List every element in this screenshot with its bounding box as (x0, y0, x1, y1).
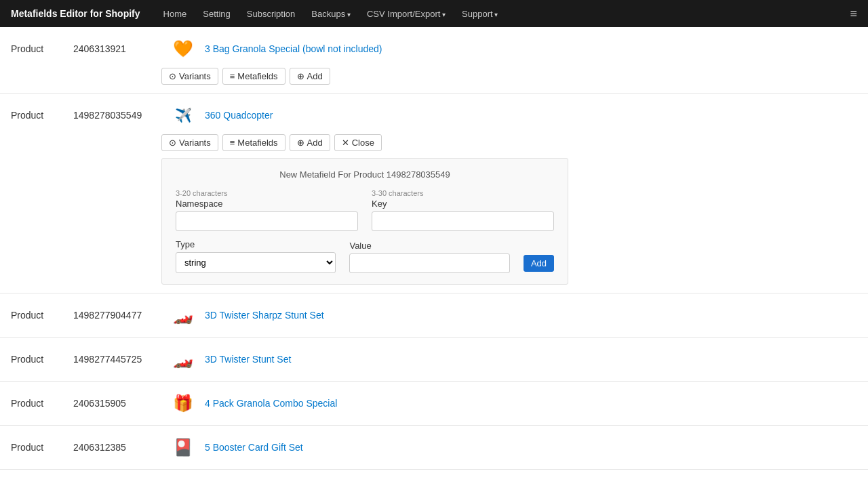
product-name-link[interactable]: 4 Pack Granola Combo Special (205, 398, 337, 409)
product-name-link[interactable]: 3 Bag Granola Special (bowl not included… (205, 43, 382, 54)
metafields-button[interactable]: ≡ Metafields (222, 134, 285, 151)
product-id: 1498277445725 (73, 354, 161, 365)
product-thumbnail (170, 35, 197, 62)
product-row: Product 1498278035549 360 Quadcopter ⊙ V… (0, 94, 868, 293)
product-id: 2406315905 (73, 398, 161, 409)
product-type-label: Product (11, 43, 65, 54)
product-row-main: Product 1498277445725 3D Twister Stunt S… (11, 346, 857, 373)
table-icon: ≡ (230, 71, 235, 81)
metafield-add-button[interactable]: Add (524, 255, 554, 272)
product-id: 2406313921 (73, 43, 161, 54)
add-button[interactable]: ⊕ Add (290, 134, 330, 151)
form-row-namespace-key: 3-20 characters Namespace 3-30 character… (176, 189, 554, 231)
product-row: Product 2406315905 4 Pack Granola Combo … (0, 382, 868, 426)
metafield-form-title: New Metafield For Product 1498278035549 (176, 169, 554, 180)
key-group: 3-30 characters Key (372, 189, 554, 231)
metafields-button[interactable]: ≡ Metafields (222, 68, 285, 85)
product-row: Product 2406313921 3 Bag Granola Special… (0, 27, 868, 94)
product-type-label: Product (11, 442, 65, 453)
product-name-link[interactable]: 360 Quadcopter (205, 110, 273, 121)
search-icon: ⊙ (169, 71, 176, 81)
search-icon: ⊙ (169, 138, 176, 148)
type-label: Type (176, 239, 336, 249)
product-row-main: Product 2406315905 4 Pack Granola Combo … (11, 390, 857, 417)
product-thumbnail (170, 390, 197, 417)
product-id: 2406312385 (73, 442, 161, 453)
product-name-link[interactable]: 3D Twister Sharpz Stunt Set (205, 310, 324, 321)
product-row-main: Product 1498278035549 360 Quadcopter (11, 102, 857, 129)
variants-button[interactable]: ⊙ Variants (161, 134, 218, 151)
product-row: Product 1498277904477 3D Twister Sharpz … (0, 293, 868, 338)
product-thumbnail (170, 346, 197, 373)
value-input[interactable] (349, 253, 509, 273)
navbar: Metafields Editor for Shopify Home Setti… (0, 0, 868, 27)
namespace-hint: 3-20 characters (176, 189, 358, 197)
table-icon: ≡ (230, 138, 235, 148)
product-row-main: Product 1498277904477 3D Twister Sharpz … (11, 302, 857, 329)
value-group: Value (349, 241, 509, 273)
product-type-label: Product (11, 310, 65, 321)
nav-links: Home Setting Subscription Backups CSV Im… (157, 3, 834, 24)
value-label: Value (349, 241, 509, 251)
menu-icon[interactable]: ≡ (850, 7, 857, 21)
form-row-type-value: Type string integer json_string boolean … (176, 239, 554, 273)
type-select[interactable]: string integer json_string boolean (176, 252, 336, 273)
product-id: 1498277904477 (73, 310, 161, 321)
product-row-main: Product 2406313921 3 Bag Granola Special… (11, 35, 857, 62)
close-button[interactable]: ✕ Close (334, 134, 382, 151)
plus-icon: ⊕ (297, 138, 304, 148)
app-brand: Metafields Editor for Shopify (11, 8, 140, 19)
product-thumbnail (170, 102, 197, 129)
product-actions: ⊙ Variants ≡ Metafields ⊕ Add ✕ Close (161, 134, 857, 151)
nav-backups[interactable]: Backups (304, 3, 357, 24)
nav-csv[interactable]: CSV Import/Export (360, 3, 452, 24)
content-area: Product 2406313921 3 Bag Granola Special… (0, 27, 868, 470)
product-type-label: Product (11, 398, 65, 409)
nav-subscription[interactable]: Subscription (240, 3, 302, 24)
key-label: Key (372, 199, 554, 209)
add-button-wrap: Add (524, 255, 554, 273)
nav-support[interactable]: Support (455, 3, 505, 24)
product-type-label: Product (11, 110, 65, 121)
product-name-link[interactable]: 5 Booster Card Gift Set (205, 442, 303, 453)
product-thumbnail (170, 434, 197, 461)
type-group: Type string integer json_string boolean (176, 239, 336, 273)
variants-button[interactable]: ⊙ Variants (161, 68, 218, 85)
namespace-input[interactable] (176, 211, 358, 231)
namespace-group: 3-20 characters Namespace (176, 189, 358, 231)
metafield-form: New Metafield For Product 1498278035549 … (161, 158, 568, 285)
product-id: 1498278035549 (73, 110, 161, 121)
product-type-label: Product (11, 354, 65, 365)
product-row: Product 1498277445725 3D Twister Stunt S… (0, 338, 868, 382)
product-row-main: Product 2406312385 5 Booster Card Gift S… (11, 434, 857, 461)
product-row: Product 2406312385 5 Booster Card Gift S… (0, 426, 868, 470)
add-button[interactable]: ⊕ Add (290, 68, 330, 85)
namespace-label: Namespace (176, 199, 358, 209)
plus-icon: ⊕ (297, 71, 304, 81)
product-thumbnail (170, 302, 197, 329)
key-input[interactable] (372, 211, 554, 231)
product-name-link[interactable]: 3D Twister Stunt Set (205, 354, 291, 365)
nav-setting[interactable]: Setting (196, 3, 237, 24)
key-hint: 3-30 characters (372, 189, 554, 197)
product-actions: ⊙ Variants ≡ Metafields ⊕ Add (161, 68, 857, 85)
close-icon: ✕ (342, 138, 349, 148)
nav-home[interactable]: Home (157, 3, 194, 24)
